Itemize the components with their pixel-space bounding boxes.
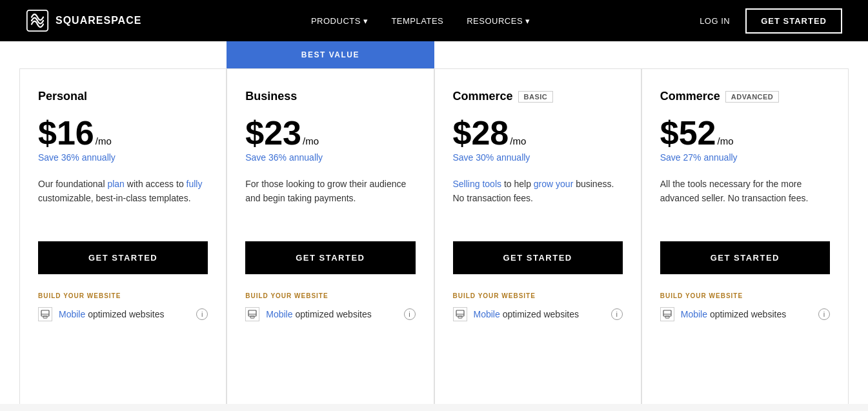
chevron-down-icon: ▾ [525,16,530,26]
commerce-advanced-save: Save 27% annually [660,152,830,163]
commerce-basic-feature-text: Mobile optimized websites [474,308,579,320]
personal-info-icon[interactable]: i [196,308,208,320]
mobile-website-icon [38,307,52,321]
personal-card: Personal $16 /mo Save 36% annually Our f… [19,68,227,404]
svg-rect-12 [665,316,669,318]
best-value-banner: BEST VALUE [227,41,434,68]
business-description: For those looking to grow their audience… [245,177,415,223]
personal-price-row: $16 /mo [38,116,208,150]
business-card: Business $23 /mo Save 36% annually For t… [227,68,434,404]
chevron-down-icon: ▾ [363,16,368,26]
commerce-advanced-section-label: BUILD YOUR WEBSITE [660,292,830,299]
pricing-section: Personal $16 /mo Save 36% annually Our f… [0,41,868,404]
business-section-label: BUILD YOUR WEBSITE [245,292,415,299]
business-save: Save 36% annually [245,152,415,163]
mobile-website-icon [660,307,674,321]
commerce-basic-section-label: BUILD YOUR WEBSITE [453,292,623,299]
personal-per: /mo [96,135,112,146]
business-info-icon[interactable]: i [404,308,416,320]
pricing-cards: Personal $16 /mo Save 36% annually Our f… [19,41,849,378]
logo[interactable]: SQUARESPACE [26,9,141,32]
commerce-advanced-feature-text: Mobile optimized websites [681,308,786,320]
commerce-advanced-feature-highlight: Mobile [681,309,707,319]
plan-commerce-basic: Commerce BASIC $28 /mo Save 30% annually… [434,41,641,378]
nav-templates[interactable]: TEMPLATES [391,16,443,26]
logo-icon [26,9,49,32]
commerce-basic-feature-highlight: Mobile [474,309,500,319]
commerce-advanced-plan-name: Commerce [660,90,720,103]
grow-your-link[interactable]: grow your [534,179,573,189]
business-feature-row: Mobile optimized websites i [245,307,415,321]
business-price: $23 [245,116,301,150]
personal-cta-button[interactable]: GET STARTED [38,241,208,274]
personal-plan-link[interactable]: plan [107,179,124,189]
personal-section-label: BUILD YOUR WEBSITE [38,292,208,299]
svg-rect-7 [456,310,464,316]
commerce-basic-per: /mo [510,135,526,146]
business-price-row: $23 /mo [245,116,415,150]
nav-links: PRODUCTS ▾ TEMPLATES RESOURCES ▾ [311,16,530,26]
commerce-advanced-card: Commerce ADVANCED $52 /mo Save 27% annua… [641,68,849,404]
commerce-advanced-price: $52 [660,116,716,150]
personal-feature-highlight: Mobile [59,309,85,319]
business-name-row: Business [245,90,415,103]
commerce-basic-save: Save 30% annually [453,152,623,163]
svg-rect-10 [663,310,671,316]
personal-price: $16 [38,116,94,150]
nav-resources[interactable]: RESOURCES ▾ [467,16,530,26]
business-feature-left: Mobile optimized websites [245,307,371,321]
personal-plan-name: Personal [38,90,87,103]
commerce-advanced-badge: ADVANCED [725,91,780,103]
nav-products[interactable]: PRODUCTS ▾ [311,16,368,26]
personal-fully-link[interactable]: fully [187,179,203,189]
personal-feature-left: Mobile optimized websites [38,307,164,321]
commerce-basic-price-row: $28 /mo [453,116,623,150]
commerce-advanced-price-row: $52 /mo [660,116,830,150]
personal-feature-row: Mobile optimized websites i [38,307,208,321]
logo-text: SQUARESPACE [56,15,141,26]
commerce-basic-cta-button[interactable]: GET STARTED [453,241,623,274]
svg-rect-6 [250,316,254,318]
mobile-website-icon [453,307,467,321]
personal-save: Save 36% annually [38,152,208,163]
personal-name-row: Personal [38,90,208,103]
personal-feature-text: Mobile optimized websites [59,308,164,320]
plan-commerce-advanced: Commerce ADVANCED $52 /mo Save 27% annua… [641,41,849,378]
svg-rect-4 [248,310,256,316]
commerce-advanced-feature-row: Mobile optimized websites i [660,307,830,321]
nav-right: LOG IN GET STARTED [700,8,842,34]
commerce-basic-info-icon[interactable]: i [611,308,623,320]
commerce-basic-badge: BASIC [518,91,554,103]
commerce-basic-feature-row: Mobile optimized websites i [453,307,623,321]
commerce-basic-card: Commerce BASIC $28 /mo Save 30% annually… [434,68,641,404]
nav-get-started-button[interactable]: GET STARTED [745,8,842,34]
commerce-basic-name-row: Commerce BASIC [453,90,623,103]
svg-rect-1 [41,310,49,316]
commerce-advanced-feature-left: Mobile optimized websites [660,307,786,321]
commerce-advanced-description: All the tools necessary for the more adv… [660,177,830,223]
commerce-basic-price: $28 [453,116,509,150]
svg-rect-3 [43,316,47,318]
business-feature-text: Mobile optimized websites [266,308,371,320]
business-plan-name: Business [245,90,297,103]
commerce-basic-plan-name: Commerce [453,90,513,103]
login-button[interactable]: LOG IN [700,16,730,26]
personal-description: Our foundational plan with access to ful… [38,177,208,223]
commerce-advanced-info-icon[interactable]: i [818,308,830,320]
mobile-website-icon [245,307,259,321]
commerce-advanced-name-row: Commerce ADVANCED [660,90,830,103]
plan-personal: Personal $16 /mo Save 36% annually Our f… [19,41,227,378]
plan-business: BEST VALUE Business $23 /mo Save 36% ann… [227,41,434,378]
business-per: /mo [303,135,319,146]
commerce-advanced-per: /mo [718,135,734,146]
business-cta-button[interactable]: GET STARTED [245,241,415,274]
commerce-basic-feature-left: Mobile optimized websites [453,307,579,321]
commerce-basic-description: Selling tools to help grow your business… [453,177,623,223]
svg-rect-9 [458,316,462,318]
selling-tools-link[interactable]: Selling tools [453,179,502,189]
commerce-advanced-cta-button[interactable]: GET STARTED [660,241,830,274]
business-feature-highlight: Mobile [266,309,292,319]
